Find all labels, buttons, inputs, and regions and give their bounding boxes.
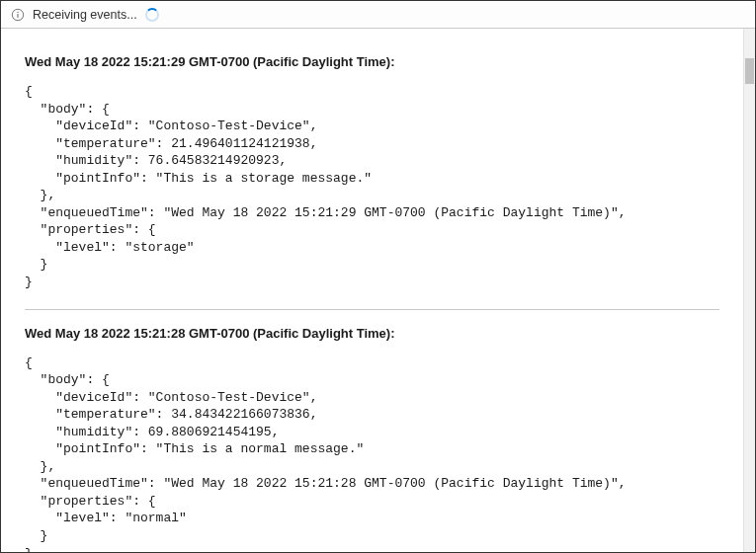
event-item: Wed May 18 2022 15:21:29 GMT-0700 (Pacif… xyxy=(25,39,719,309)
svg-rect-1 xyxy=(17,14,18,18)
loading-spinner-icon xyxy=(145,8,159,22)
event-monitor-window: Receiving events... Wed May 18 2022 15:2… xyxy=(0,0,756,553)
info-icon xyxy=(11,8,25,22)
event-payload: { "body": { "deviceId": "Contoso-Test-De… xyxy=(25,83,719,291)
status-bar: Receiving events... xyxy=(1,1,755,29)
event-list: Wed May 18 2022 15:21:29 GMT-0700 (Pacif… xyxy=(1,29,743,552)
vertical-scrollbar[interactable] xyxy=(743,29,755,552)
event-item: Wed May 18 2022 15:21:28 GMT-0700 (Pacif… xyxy=(25,309,719,552)
event-timestamp-header: Wed May 18 2022 15:21:29 GMT-0700 (Pacif… xyxy=(25,54,719,69)
status-text: Receiving events... xyxy=(33,8,137,22)
content-area: Wed May 18 2022 15:21:29 GMT-0700 (Pacif… xyxy=(1,29,755,552)
svg-rect-2 xyxy=(17,11,18,12)
event-timestamp-header: Wed May 18 2022 15:21:28 GMT-0700 (Pacif… xyxy=(25,326,719,341)
event-payload: { "body": { "deviceId": "Contoso-Test-De… xyxy=(25,355,719,552)
scrollbar-thumb[interactable] xyxy=(745,58,754,84)
